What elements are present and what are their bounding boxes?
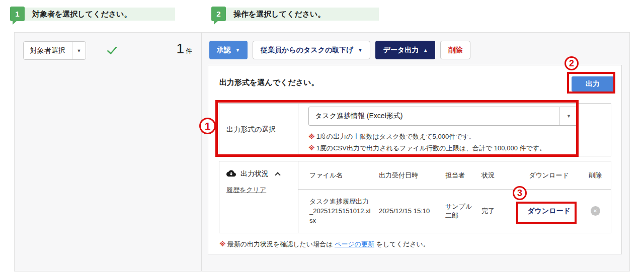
chevron-down-icon[interactable]: ▼	[72, 42, 86, 59]
chevron-up-icon: ▲	[423, 48, 428, 53]
clear-history-link[interactable]: 履歴をクリア	[226, 186, 266, 195]
output-status-table: ファイル名 出力受付日時 担当者 状況 ダウンロード 削除 タスク進捗履歴出力_…	[298, 161, 611, 233]
accepted-date-cell: 2025/12/15 15:10	[379, 207, 445, 215]
step-1-number-badge: 1	[10, 7, 25, 21]
target-select-button-label: 対象者選択	[24, 42, 72, 59]
output-status-box: 出力状況 履歴をクリア ファイル名 出力受付日時 担当者 状況 ダウンロード 削…	[219, 161, 611, 233]
note-marker-icon: ※	[308, 144, 315, 152]
operation-section: 承認 ▼ 従業員からのタスクの取下げ ▼ データ出力 ▲ 削除 出力形式を選んで…	[202, 33, 629, 271]
status-cell: 完了	[481, 207, 514, 216]
delete-cell: ✕	[584, 206, 606, 216]
table-header-row: ファイル名 出力受付日時 担当者 状況 ダウンロード 削除	[298, 161, 611, 190]
output-format-selected-value: タスク進捗情報 (Excel形式)	[309, 107, 559, 125]
approve-button[interactable]: 承認 ▼	[209, 41, 248, 59]
withdraw-task-button[interactable]: 従業員からのタスクの取下げ ▼	[253, 41, 371, 59]
step-1-label: 対象者を選択してください。	[32, 10, 131, 19]
chevron-up-icon	[275, 172, 280, 177]
delete-button[interactable]: 削除	[440, 41, 470, 59]
target-selection-section: 対象者選択 ▼ 1 件	[15, 33, 202, 271]
data-export-button[interactable]: データ出力 ▲	[375, 41, 435, 59]
header-status: 状況	[481, 171, 514, 180]
chevron-down-icon: ▼	[235, 48, 240, 53]
page-refresh-link[interactable]: ページの更新	[335, 240, 374, 248]
note-text: 1度の出力の上限数はタスク数で数えて5,000件です。	[316, 133, 475, 140]
chevron-down-icon[interactable]: ▼	[559, 107, 578, 125]
header-accepted-date: 出力受付日時	[379, 171, 445, 180]
file-name-cell: タスク進捗履歴出力_20251215151012.xlsx	[309, 197, 379, 225]
delete-button-label: 削除	[448, 46, 462, 55]
selected-count-value: 1	[176, 41, 184, 57]
output-status-sidebar: 出力状況 履歴をクリア	[219, 161, 298, 233]
person-cell: サンプル二郎	[445, 202, 481, 220]
output-button[interactable]: 出力	[572, 76, 614, 92]
note-marker-icon: ※	[308, 133, 315, 140]
check-icon	[106, 46, 118, 57]
refresh-note-before: 最新の出力状況を確認したい場合は	[227, 240, 335, 248]
note-marker-icon: ※	[219, 240, 226, 248]
header-person: 担当者	[445, 171, 481, 180]
output-format-label: 出力形式の選択	[219, 104, 298, 156]
output-status-title: 出力状況	[240, 169, 269, 178]
download-link[interactable]: ダウンロード	[527, 207, 571, 216]
refresh-note: ※最新の出力状況を確認したい場合は ページの更新 をしてください。	[219, 240, 430, 249]
note-line: ※1度の出力の上限数はタスク数で数えて5,000件です。	[308, 131, 546, 142]
header-delete: 削除	[584, 171, 606, 180]
data-export-panel: 出力形式を選んでください。 出力 出力形式の選択 タスク進捗情報 (Excel形…	[208, 65, 622, 254]
chevron-down-icon: ▼	[358, 48, 363, 53]
header-download: ダウンロード	[514, 171, 584, 180]
action-bar: 承認 ▼ 従業員からのタスクの取下げ ▼ データ出力 ▲ 削除	[209, 41, 470, 59]
export-panel-heading: 出力形式を選んでください。	[219, 78, 318, 87]
output-format-select[interactable]: タスク進捗情報 (Excel形式) ▼	[308, 107, 578, 126]
main-panel: 対象者選択 ▼ 1 件 承認 ▼ 従業員からのタスクの取下げ ▼ データ出力	[14, 32, 630, 271]
target-select-button[interactable]: 対象者選択 ▼	[23, 41, 86, 60]
step-1-header: 1 対象者を選択してください。	[10, 7, 175, 25]
note-text: 1度のCSV出力で出力されるファイル行数の上限は、合計で 100,000 件です…	[316, 144, 546, 152]
data-export-button-label: データ出力	[383, 46, 419, 55]
header-file-name: ファイル名	[309, 171, 379, 180]
step-2-label: 操作を選択してください。	[233, 10, 325, 19]
step-2-number-badge: 2	[211, 7, 226, 21]
withdraw-task-button-label: 従業員からのタスクの取下げ	[261, 46, 354, 55]
refresh-note-after: をしてください。	[374, 240, 430, 248]
delete-row-icon[interactable]: ✕	[591, 206, 600, 216]
selected-count-unit: 件	[186, 47, 192, 56]
output-format-box: 出力形式の選択 タスク進捗情報 (Excel形式) ▼ ※1度の出力の上限数はタ…	[219, 103, 611, 156]
selected-count: 1 件	[176, 41, 192, 57]
note-line: ※1度のCSV出力で出力されるファイル行数の上限は、合計で 100,000 件で…	[308, 142, 546, 154]
output-status-toggle[interactable]: 出力状況	[226, 169, 298, 178]
output-format-notes: ※1度の出力の上限数はタスク数で数えて5,000件です。 ※1度のCSV出力で出…	[308, 131, 546, 154]
table-row: タスク進捗履歴出力_20251215151012.xlsx 2025/12/15…	[298, 190, 611, 232]
output-format-content: タスク進捗情報 (Excel形式) ▼ ※1度の出力の上限数はタスク数で数えて5…	[298, 104, 611, 156]
approve-button-label: 承認	[217, 46, 231, 55]
step-2-header: 2 操作を選択してください。	[211, 7, 379, 25]
cloud-download-icon	[226, 169, 236, 178]
download-cell: ダウンロード	[514, 207, 584, 216]
